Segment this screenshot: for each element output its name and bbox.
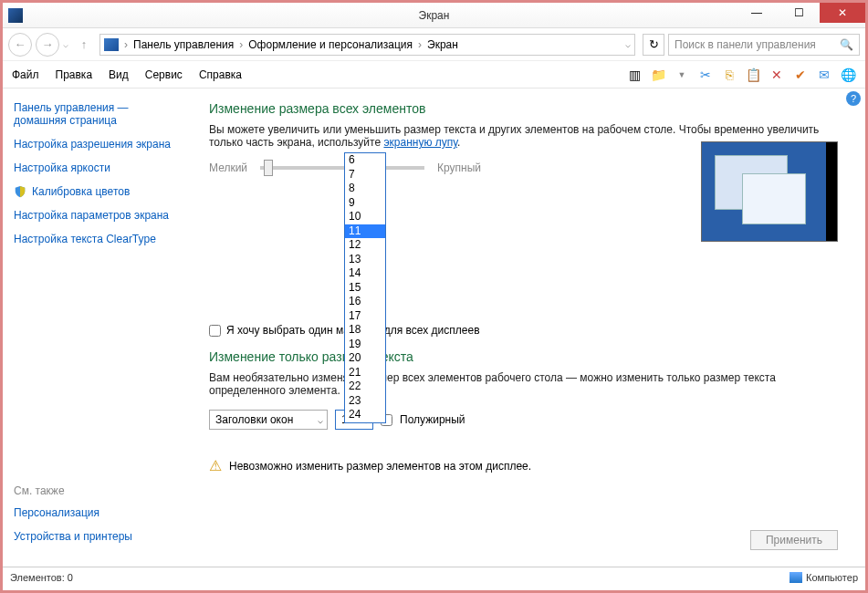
search-placeholder: Поиск в панели управления (675, 38, 816, 51)
sidebar-item-resolution[interactable]: Настройка разрешения экрана (14, 138, 183, 151)
sidebar-item-calibrate[interactable]: Калибровка цветов (32, 185, 130, 198)
font-size-option[interactable]: 6 (345, 153, 385, 168)
window-title: Экран (419, 9, 450, 22)
breadcrumb-leaf[interactable]: Экран (427, 38, 458, 51)
status-bar: Элементов: 0 Компьютер (3, 567, 865, 587)
font-size-option[interactable]: 16 (345, 295, 385, 309)
cut-icon[interactable]: ✂ (697, 67, 714, 83)
slider-track[interactable] (260, 166, 424, 170)
close-button[interactable]: ✕ (820, 3, 865, 23)
sidebar-item-devices[interactable]: Устройства и принтеры (14, 530, 132, 543)
see-also: См. также Персонализация Устройства и пр… (14, 484, 132, 554)
font-size-option[interactable]: 13 (345, 253, 385, 267)
main-panel: Изменение размера всех элементов Вы може… (194, 88, 865, 567)
check-icon[interactable]: ✔ (792, 67, 809, 83)
minimize-button[interactable]: — (736, 3, 778, 23)
font-size-dropdown[interactable]: 6789101112131415161718192021222324 (344, 152, 386, 423)
font-size-option[interactable]: 7 (345, 168, 385, 182)
nav-toolbar: ← → ⌵ ↑ › Панель управления › Оформление… (3, 28, 865, 61)
chevron-right-icon: › (418, 38, 422, 51)
font-size-option[interactable]: 24 (345, 408, 385, 422)
recent-dropdown-icon[interactable]: ⌵ (63, 39, 68, 49)
chevron-right-icon: › (124, 38, 128, 51)
paste-icon[interactable]: 📋 (745, 67, 761, 83)
see-also-header: См. также (14, 484, 132, 497)
delete-icon[interactable]: ✕ (769, 67, 785, 83)
monitor-icon (104, 38, 119, 51)
slider-thumb[interactable] (264, 160, 273, 176)
font-size-option[interactable]: 20 (345, 351, 385, 366)
font-size-option[interactable]: 18 (345, 323, 385, 338)
status-computer: Компьютер (806, 572, 858, 583)
breadcrumb[interactable]: › Панель управления › Оформление и персо… (99, 34, 635, 56)
font-size-option[interactable]: 17 (345, 309, 385, 324)
breadcrumb-mid[interactable]: Оформление и персонализация (248, 38, 413, 51)
font-size-option[interactable]: 11 (345, 224, 385, 239)
warning-text: Невозможно изменить размер элементов на … (229, 460, 531, 473)
warning-icon: ⚠ (209, 457, 222, 474)
chevron-right-icon: › (239, 38, 243, 51)
titlebar: Экран — ☐ ✕ (3, 3, 865, 28)
font-size-option[interactable]: 9 (345, 196, 385, 211)
shield-icon (14, 185, 26, 198)
dropdown-arrow-icon[interactable]: ▼ (674, 67, 690, 83)
font-size-option[interactable]: 14 (345, 266, 385, 281)
preview-pane-icon[interactable]: ▥ (626, 67, 643, 83)
slider-label-small: Мелкий (209, 161, 247, 174)
sidebar: Панель управления — домашняя страница На… (3, 88, 194, 567)
menu-edit[interactable]: Правка (56, 68, 93, 81)
sidebar-item-brightness[interactable]: Настройка яркости (14, 161, 183, 174)
element-select[interactable]: Заголовки окон (209, 410, 328, 430)
sidebar-item-params[interactable]: Настройка параметров экрана (14, 209, 183, 222)
font-size-option[interactable]: 8 (345, 182, 385, 196)
menu-view[interactable]: Вид (109, 68, 129, 81)
font-size-option[interactable]: 10 (345, 210, 385, 224)
menu-bar: Файл Правка Вид Сервис Справка ▥ 📁 ▼ ✂ ⎘… (3, 61, 865, 88)
font-size-option[interactable]: 15 (345, 281, 385, 296)
menu-service[interactable]: Сервис (145, 68, 183, 81)
status-items: Элементов: 0 (10, 572, 73, 583)
search-input[interactable]: Поиск в панели управления 🔍 (668, 34, 860, 56)
folder-icon[interactable]: 📁 (650, 67, 666, 83)
font-size-option[interactable]: 22 (345, 380, 385, 394)
one-scale-checkbox[interactable] (209, 325, 221, 337)
computer-icon (790, 572, 802, 583)
heading-resize-all: Изменение размера всех элементов (209, 101, 847, 116)
maximize-button[interactable]: ☐ (778, 3, 820, 23)
mail-icon[interactable]: ✉ (816, 67, 832, 83)
copy-icon[interactable]: ⎘ (721, 67, 737, 83)
search-icon: 🔍 (840, 38, 853, 51)
font-size-option[interactable]: 21 (345, 366, 385, 380)
refresh-button[interactable]: ↻ (643, 34, 664, 56)
slider-label-large: Крупный (437, 161, 481, 174)
font-size-option[interactable]: 23 (345, 394, 385, 409)
magnifier-link[interactable]: экранную лупу (383, 136, 457, 149)
font-size-option[interactable]: 19 (345, 338, 385, 352)
toolbar-icons: ▥ 📁 ▼ ✂ ⎘ 📋 ✕ ✔ ✉ 🌐 (626, 67, 856, 83)
forward-button[interactable]: → (36, 33, 59, 57)
text-only-description: Вам необязательно изменять размер всех э… (209, 371, 847, 397)
menu-file[interactable]: Файл (12, 68, 39, 81)
heading-text-only: Изменение только размера текста (209, 349, 847, 364)
sidebar-item-personalization[interactable]: Персонализация (14, 506, 132, 519)
breadcrumb-root[interactable]: Панель управления (133, 38, 234, 51)
up-button[interactable]: ↑ (72, 33, 96, 57)
globe-icon[interactable]: 🌐 (840, 67, 856, 83)
warning-row: ⚠ Невозможно изменить размер элементов н… (209, 457, 847, 474)
preview-monitor (701, 141, 838, 242)
bold-label: Полужирный (400, 413, 465, 426)
breadcrumb-dropdown-icon[interactable]: ⌵ (625, 39, 631, 49)
sidebar-item-cleartype[interactable]: Настройка текста ClearType (14, 233, 183, 245)
back-button[interactable]: ← (8, 33, 32, 57)
sidebar-item-home[interactable]: Панель управления — домашняя страница (14, 101, 183, 127)
apply-button[interactable]: Применить (750, 530, 838, 550)
font-size-option[interactable]: 12 (345, 238, 385, 253)
menu-help[interactable]: Справка (199, 68, 242, 81)
app-icon (8, 8, 23, 23)
